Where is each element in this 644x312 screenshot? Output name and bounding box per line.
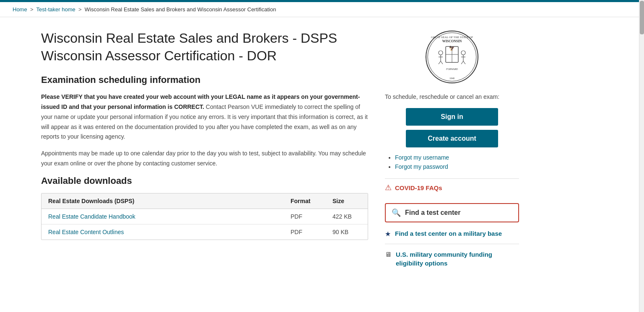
download-format-cell: PDF xyxy=(284,209,326,224)
sidebar: GREAT SEAL OF THE STATE OF WISCONSIN xyxy=(385,30,519,268)
breadcrumb: Home > Test-taker home > Wisconsin Real … xyxy=(0,2,644,17)
table-row: Real Estate Candidate HandbookPDF422 KB xyxy=(42,209,368,224)
download-link[interactable]: Real Estate Candidate Handbook xyxy=(48,213,135,220)
downloads-table: Real Estate Downloads (DSPS) Format Size… xyxy=(42,193,368,240)
covid-faq-link[interactable]: COVID-19 FAQs xyxy=(395,184,442,191)
download-name-cell: Real Estate Candidate Handbook xyxy=(42,209,284,224)
intro-paragraph: Please VERIFY that you have created your… xyxy=(41,92,368,142)
download-size-cell: 90 KB xyxy=(326,224,368,240)
us-military-link[interactable]: U.S. military community funding eligibil… xyxy=(396,250,519,268)
scrollbar-thumb xyxy=(640,1,644,34)
appointments-text: Appointments may be made up to one calen… xyxy=(41,149,368,169)
table-col-section: Real Estate Downloads (DSPS) xyxy=(42,193,284,209)
monitor-icon: 🖥 xyxy=(385,251,392,258)
table-col-size: Size xyxy=(326,193,368,209)
main-layout: Wisconsin Real Estate Sales and Brokers … xyxy=(29,17,615,268)
military-base-item: ★ Find a test center on a military base xyxy=(385,229,519,244)
search-icon: 🔍 xyxy=(392,208,401,217)
military-base-link[interactable]: Find a test center on a military base xyxy=(395,229,502,238)
page-title: Wisconsin Real Estate Sales and Brokers … xyxy=(41,30,368,64)
forgot-password-item: Forgot my password xyxy=(395,163,519,170)
content-area: Wisconsin Real Estate Sales and Brokers … xyxy=(41,30,368,268)
find-test-center-box[interactable]: 🔍 Find a test center xyxy=(385,203,519,222)
create-account-button[interactable]: Create account xyxy=(406,130,498,147)
table-row: Real Estate Content OutlinesPDF90 KB xyxy=(42,224,368,240)
warning-icon: ⚠ xyxy=(385,183,392,192)
table-col-format: Format xyxy=(284,193,326,209)
download-size-cell: 422 KB xyxy=(326,209,368,224)
forgot-username-item: Forgot my username xyxy=(395,154,519,161)
star-icon: ★ xyxy=(385,230,391,238)
downloads-table-wrapper: Real Estate Downloads (DSPS) Format Size… xyxy=(41,193,368,240)
svg-text:🦅: 🦅 xyxy=(449,45,455,51)
scrollbar[interactable] xyxy=(639,0,644,268)
schedule-text: To schedule, reschedule or cancel an exa… xyxy=(385,93,519,101)
signin-button[interactable]: Sign in xyxy=(406,108,498,126)
breadcrumb-testtaker-link[interactable]: Test-taker home xyxy=(36,6,75,13)
svg-text:GREAT SEAL OF THE STATE OF: GREAT SEAL OF THE STATE OF xyxy=(431,36,473,39)
forgot-username-link[interactable]: Forgot my username xyxy=(395,154,449,161)
breadcrumb-home-link[interactable]: Home xyxy=(13,6,27,13)
us-military-item: 🖥 U.S. military community funding eligib… xyxy=(385,250,519,268)
covid-faq-section: ⚠ COVID-19 FAQs xyxy=(385,178,519,196)
forgot-password-link[interactable]: Forgot my password xyxy=(395,163,448,170)
seal-container: GREAT SEAL OF THE STATE OF WISCONSIN xyxy=(385,30,519,84)
download-link[interactable]: Real Estate Content Outlines xyxy=(48,229,124,235)
download-name-cell: Real Estate Content Outlines xyxy=(42,224,284,240)
forgot-links-list: Forgot my username Forgot my password xyxy=(385,154,519,170)
svg-text:FORWARD: FORWARD xyxy=(446,68,458,70)
svg-text:WISCONSIN: WISCONSIN xyxy=(442,39,462,43)
table-header-row: Real Estate Downloads (DSPS) Format Size xyxy=(42,193,368,209)
state-seal: GREAT SEAL OF THE STATE OF WISCONSIN xyxy=(425,30,479,84)
find-test-center-label: Find a test center xyxy=(405,209,460,217)
download-format-cell: PDF xyxy=(284,224,326,240)
breadcrumb-current: Wisconsin Real Estate Sales and Brokers … xyxy=(85,6,276,13)
svg-text:1848: 1848 xyxy=(449,77,454,80)
exam-heading: Examination scheduling information xyxy=(41,75,368,85)
downloads-heading: Available downloads xyxy=(41,175,368,186)
